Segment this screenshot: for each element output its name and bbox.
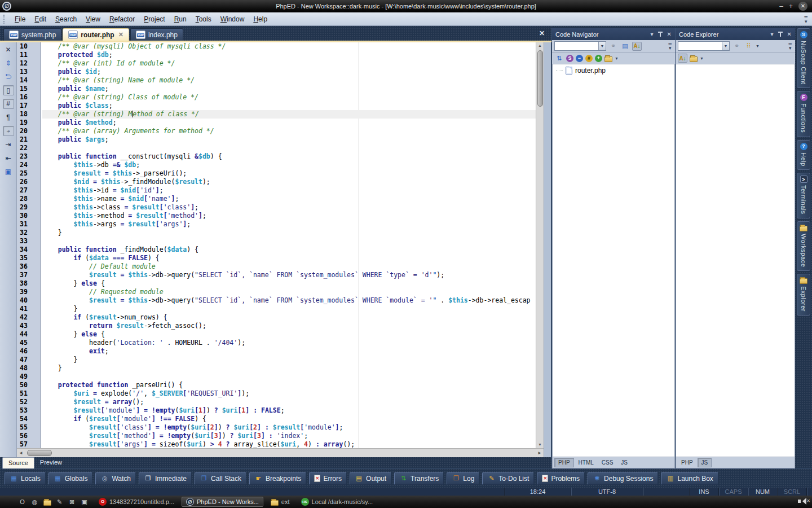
toolbar-overflow-icon[interactable]: ━▾ bbox=[669, 42, 673, 50]
horizontal-scroll-thumb[interactable] bbox=[27, 450, 52, 456]
explorer-tab-php[interactable]: PHP bbox=[678, 458, 696, 467]
menu-item-edit[interactable]: Edit bbox=[30, 14, 51, 25]
taskbar-button[interactable]: ext bbox=[267, 497, 294, 507]
menu-item-project[interactable]: Project bbox=[139, 14, 169, 25]
opera-quicklaunch-icon[interactable]: O bbox=[18, 498, 27, 506]
dock-tab-functions[interactable]: FFunctions bbox=[797, 91, 810, 137]
group-folder-icon[interactable] bbox=[604, 56, 612, 62]
editor-tab-router-php[interactable]: PHProuter.php✕ bbox=[63, 28, 129, 41]
navigator-tab-php[interactable]: PHP bbox=[554, 458, 574, 467]
menu-item-tools[interactable]: Tools bbox=[191, 14, 216, 25]
word-wrap-icon[interactable]: ⮌ bbox=[3, 72, 14, 82]
code-editor[interactable]: /** @var (mysqli) Object of mysqli class… bbox=[41, 42, 536, 448]
navigator-filter-combobox[interactable]: ▼ bbox=[554, 41, 606, 51]
locals-button[interactable]: ▦Locals bbox=[5, 472, 46, 485]
editor-tab-system-php[interactable]: PHPsystem.php bbox=[3, 28, 61, 41]
scroll-down-arrow[interactable]: ▼ bbox=[538, 441, 542, 448]
menu-grip[interactable] bbox=[3, 15, 6, 24]
remote-desktop-icon[interactable]: ⊠ bbox=[68, 498, 76, 506]
debug-sessions-button[interactable]: ✱Debug Sessions bbox=[588, 472, 658, 485]
dock-tab-help[interactable]: ?Help bbox=[797, 140, 810, 170]
menu-item-window[interactable]: Window bbox=[216, 14, 249, 25]
menu-item-search[interactable]: Search bbox=[51, 14, 81, 25]
monitor-icon[interactable]: ▣ bbox=[80, 498, 89, 506]
sort-alpha-icon[interactable]: A↓ bbox=[678, 54, 687, 63]
taskbar-button[interactable]: HSLocal /dark-music/sy... bbox=[297, 497, 377, 507]
column-select-icon[interactable]: ▯ bbox=[3, 85, 14, 95]
dock-tab-explorer[interactable]: Explorer bbox=[797, 274, 810, 316]
panel-close-icon[interactable]: ✕ bbox=[667, 31, 672, 37]
menu-item-help[interactable]: Help bbox=[249, 14, 272, 25]
panel-close-icon[interactable]: ✕ bbox=[787, 31, 792, 37]
monitor-tool-icon[interactable]: ▣ bbox=[3, 167, 14, 177]
tree-item-router-php[interactable]: router.php bbox=[553, 64, 674, 75]
volume-muted-icon[interactable]: ✕ bbox=[799, 498, 806, 506]
errors-button[interactable]: ✕Errors bbox=[309, 472, 347, 485]
navigator-tab-js[interactable]: JS bbox=[617, 458, 631, 467]
maximize-button[interactable]: + bbox=[789, 2, 793, 10]
taskbar-button[interactable]: ∅PhpED - New Works... bbox=[182, 497, 263, 507]
indent-guides-icon[interactable]: ⍆ bbox=[3, 126, 14, 136]
explorer-tab-js[interactable]: JS bbox=[698, 458, 712, 467]
editor-tab-index-php[interactable]: PHPindex.php bbox=[130, 28, 183, 41]
goto-declaration-icon[interactable]: ⇅ bbox=[554, 54, 564, 63]
scroll-left-arrow[interactable]: ◄ bbox=[17, 450, 25, 456]
combo-dropdown-icon[interactable]: ▼ bbox=[598, 42, 606, 50]
dock-tab-nusoap-client[interactable]: SNuSoap Client bbox=[797, 28, 810, 88]
log-button[interactable]: ❒Log bbox=[447, 472, 479, 485]
watch-button[interactable]: ◎Watch bbox=[95, 472, 136, 485]
minimize-button[interactable]: – bbox=[779, 2, 783, 10]
group-folder-icon[interactable] bbox=[690, 56, 698, 62]
panel-menu-icon[interactable]: ▾ bbox=[771, 31, 774, 37]
show-protected-icon[interactable]: # bbox=[585, 55, 593, 62]
line-numbers-icon[interactable]: # bbox=[3, 99, 14, 109]
explorer-filter-combobox[interactable]: ▼ bbox=[678, 41, 730, 51]
sort-alpha-icon[interactable]: A↓ bbox=[632, 42, 642, 51]
show-statics-icon[interactable]: S bbox=[566, 55, 573, 62]
folder-dropdown-icon[interactable]: ▼ bbox=[700, 56, 704, 60]
problems-button[interactable]: ✕Problems bbox=[537, 472, 585, 485]
folder-dropdown-icon[interactable]: ▼ bbox=[615, 56, 619, 60]
grid-view-icon[interactable]: ⠿ bbox=[744, 42, 753, 51]
tabbar-close-icon[interactable]: ✕ bbox=[539, 29, 545, 37]
indent-icon[interactable]: ⇥ bbox=[3, 139, 14, 150]
folder-quicklaunch-icon[interactable] bbox=[43, 498, 51, 506]
horizontal-scrollbar[interactable]: ◄ ► bbox=[17, 448, 544, 457]
immediate-button[interactable]: ❐Immediate bbox=[139, 472, 192, 485]
find-icon[interactable]: ⚭ bbox=[608, 42, 618, 51]
menu-item-run[interactable]: Run bbox=[170, 14, 191, 25]
transfers-button[interactable]: ⇅Transfers bbox=[394, 472, 444, 485]
tab-close-icon[interactable]: ✕ bbox=[118, 31, 123, 38]
find-icon[interactable]: ⚭ bbox=[732, 42, 742, 51]
pin-icon[interactable] bbox=[778, 32, 783, 37]
close-button[interactable]: ✕ bbox=[798, 2, 807, 11]
toolbar-overflow-icon[interactable]: ━▾ bbox=[789, 42, 793, 50]
pin-icon[interactable] bbox=[658, 32, 663, 37]
scroll-right-arrow[interactable]: ► bbox=[536, 450, 544, 456]
tab-preview[interactable]: Preview bbox=[34, 457, 68, 468]
grid-dropdown-icon[interactable]: ▼ bbox=[756, 44, 760, 48]
panel-menu-icon[interactable]: ▾ bbox=[651, 31, 654, 37]
vertical-scrollbar[interactable]: ▲ ▼ bbox=[536, 42, 544, 448]
code-explorer-tree[interactable] bbox=[676, 64, 795, 457]
tab-source[interactable]: Source bbox=[2, 457, 34, 468]
scroll-up-arrow[interactable]: ▲ bbox=[538, 42, 542, 49]
list-view-icon[interactable]: ▤ bbox=[620, 42, 630, 51]
todo-button[interactable]: ✎To-Do List bbox=[482, 472, 534, 485]
globals-button[interactable]: ▦Globals bbox=[48, 472, 93, 485]
menu-item-view[interactable]: View bbox=[81, 14, 105, 25]
expand-vertical-icon[interactable]: ⇕ bbox=[3, 58, 14, 68]
paragraph-marks-icon[interactable]: ¶ bbox=[3, 112, 14, 122]
outdent-icon[interactable]: ⇤ bbox=[3, 153, 14, 163]
menu-item-file[interactable]: File bbox=[10, 14, 30, 25]
navigator-tab-html[interactable]: HTML bbox=[575, 458, 597, 467]
call-stack-button[interactable]: ❐Call Stack bbox=[195, 472, 246, 485]
dock-tab-terminals[interactable]: >Terminals bbox=[797, 173, 810, 218]
dock-tab-workspace[interactable]: Workspace bbox=[797, 221, 810, 271]
taskbar-button[interactable]: O1348327210untitled.p... bbox=[95, 497, 178, 507]
notes-icon[interactable]: ✎ bbox=[55, 498, 64, 506]
show-public-icon[interactable]: + bbox=[595, 55, 602, 62]
breakpoints-button[interactable]: ☛Breakpoints bbox=[249, 472, 306, 485]
output-button[interactable]: ▤Output bbox=[350, 472, 391, 485]
close-tool-icon[interactable]: ✕ bbox=[3, 45, 14, 55]
